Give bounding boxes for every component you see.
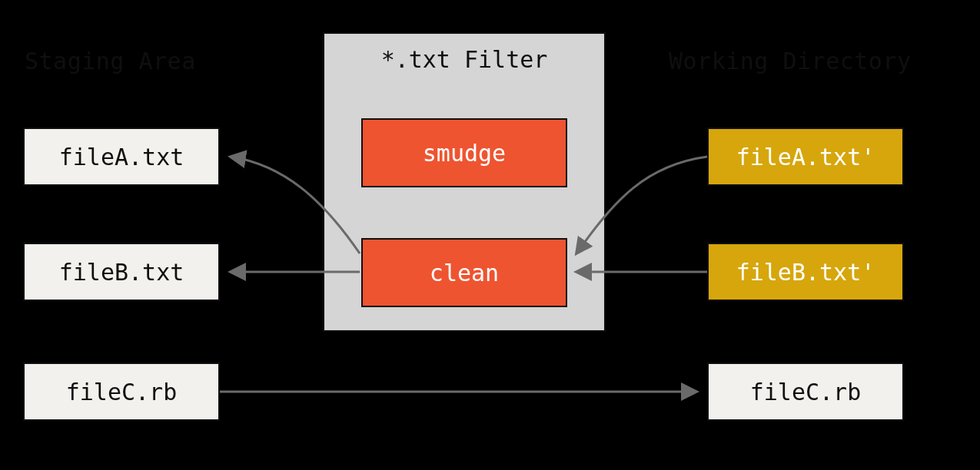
heading-working-directory: Working Directory: [669, 48, 912, 74]
staging-file-c-label: fileC.rb: [66, 379, 178, 405]
staging-file-b: fileB.txt: [23, 243, 220, 301]
staging-file-a-label: fileA.txt: [59, 144, 184, 170]
working-file-b-label: fileB.txt': [736, 259, 875, 286]
working-file-a: fileA.txt': [707, 127, 904, 186]
working-file-a-label: fileA.txt': [736, 144, 875, 170]
filter-op-smudge: smudge: [361, 118, 567, 187]
working-file-c-label: fileC.rb: [750, 379, 862, 405]
staging-file-b-label: fileB.txt: [59, 259, 184, 286]
filter-title: *.txt Filter: [324, 46, 604, 73]
heading-staging-area: Staging Area: [25, 48, 196, 74]
diagram-stage: Staging Area Working Directory fileA.txt…: [0, 0, 980, 470]
filter-op-smudge-label: smudge: [423, 140, 506, 167]
staging-file-a: fileA.txt: [23, 127, 220, 186]
staging-file-c: fileC.rb: [23, 362, 220, 421]
working-file-b: fileB.txt': [707, 243, 904, 301]
filter-op-clean-label: clean: [430, 260, 499, 286]
filter-container: *.txt Filter smudge clean: [323, 32, 606, 332]
filter-op-clean: clean: [361, 238, 567, 307]
working-file-c: fileC.rb: [707, 362, 904, 421]
